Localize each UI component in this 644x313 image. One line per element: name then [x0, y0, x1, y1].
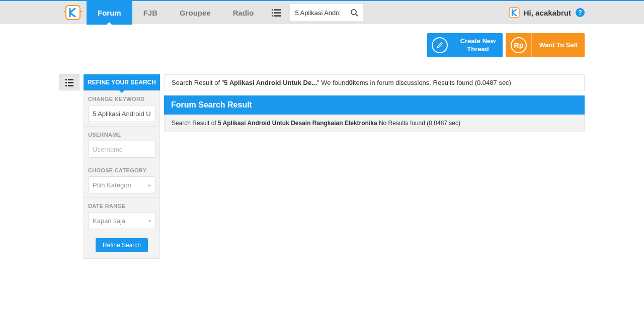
category-label: CHOOSE CATEGORY	[88, 167, 155, 173]
search-button[interactable]	[345, 4, 363, 21]
svg-rect-13	[68, 79, 73, 80]
refine-body: CHANGE KEYWORD USERNAME CHOOSE CATEGORY …	[84, 90, 160, 259]
nav-tab-radio[interactable]: Radio	[222, 1, 265, 25]
site-logo[interactable]	[59, 1, 87, 25]
want-to-sell-button[interactable]: Rp Want To Sell	[506, 33, 585, 57]
svg-rect-17	[68, 85, 73, 86]
sidebar-toggle-icon[interactable]	[59, 74, 79, 90]
refine-panel: REFINE YOUR SEARCH CHANGE KEYWORD USERNA…	[84, 74, 160, 259]
svg-rect-12	[65, 79, 67, 80]
change-keyword-label: CHANGE KEYWORD	[88, 96, 155, 102]
svg-point-9	[351, 10, 356, 15]
svg-line-10	[356, 14, 358, 16]
svg-rect-16	[65, 85, 67, 86]
svg-rect-0	[66, 6, 80, 20]
results-summary: Search Result of "5 Aplikasi Android Unt…	[165, 75, 584, 90]
svg-rect-4	[274, 9, 281, 11]
chevron-down-icon: ▾	[148, 218, 151, 224]
list-menu-icon[interactable]	[265, 1, 288, 25]
create-thread-label: Create New Thread	[453, 37, 503, 54]
refine-search-button[interactable]: Refine Search	[96, 238, 148, 252]
nav-tab-forum[interactable]: Forum	[87, 1, 132, 25]
topbar: Forum FJB Groupee Radio Hi, acakabrut ?	[0, 0, 644, 24]
user-area[interactable]: Hi, acakabrut ?	[508, 6, 644, 19]
date-range-select[interactable]: Kapan saja ▾	[88, 212, 155, 229]
search-icon	[350, 9, 358, 17]
refine-tab[interactable]: REFINE YOUR SEARCH	[84, 74, 160, 90]
results-detail: Search Result of 5 Aplikasi Android Untu…	[164, 115, 585, 132]
username-input[interactable]	[88, 141, 155, 158]
category-value: Pilih Kategori	[93, 181, 131, 189]
user-avatar-icon	[508, 6, 521, 19]
nav-tab-groupee[interactable]: Groupee	[169, 1, 222, 25]
create-thread-button[interactable]: Create New Thread	[427, 33, 503, 57]
results-header: Search Result of "5 Aplikasi Android Unt…	[164, 74, 585, 90]
results-title: Forum Search Result	[164, 95, 585, 115]
date-range-value: Kapan saja	[93, 217, 125, 225]
svg-rect-3	[272, 9, 273, 11]
main-content: REFINE YOUR SEARCH CHANGE KEYWORD USERNA…	[0, 57, 644, 259]
pencil-icon	[427, 33, 453, 57]
want-to-sell-label: Want To Sell	[532, 41, 585, 49]
results-area: Search Result of "5 Aplikasi Android Unt…	[164, 74, 585, 132]
svg-rect-6	[274, 12, 281, 14]
svg-rect-15	[68, 82, 73, 83]
category-select[interactable]: Pilih Kategori ▸	[88, 176, 155, 193]
nav-tabs: Forum FJB Groupee Radio	[87, 1, 265, 25]
svg-rect-8	[274, 15, 281, 17]
svg-rect-5	[272, 12, 273, 14]
svg-rect-14	[65, 82, 67, 83]
user-greeting: Hi, acakabrut	[524, 9, 571, 17]
rp-icon: Rp	[506, 33, 532, 57]
action-row: Create New Thread Rp Want To Sell	[0, 24, 644, 57]
svg-rect-7	[272, 15, 273, 17]
help-icon[interactable]: ?	[576, 8, 585, 17]
chevron-right-icon: ▸	[148, 182, 151, 188]
nav-tab-fjb[interactable]: FJB	[132, 1, 169, 25]
search-input[interactable]	[290, 9, 345, 17]
username-label: USERNAME	[88, 132, 155, 138]
keyword-input[interactable]	[88, 105, 155, 122]
date-range-label: DATE RANGE	[88, 203, 155, 209]
search-box	[290, 4, 363, 21]
svg-rect-11	[509, 8, 519, 18]
